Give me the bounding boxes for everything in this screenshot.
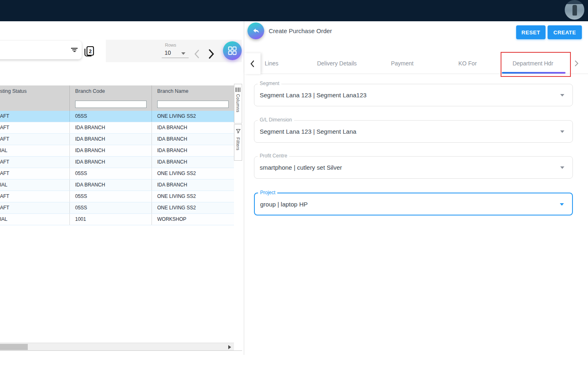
table-filter-row [0, 97, 234, 111]
scroll-right-arrow-icon[interactable] [228, 345, 231, 349]
table-row[interactable]: AFT 05SS ONE LIVING SS2 [0, 191, 234, 202]
tab-payment[interactable]: Payment [370, 53, 435, 74]
filter-cell-branch-code [70, 97, 152, 111]
dropdown-arrow-icon[interactable] [560, 203, 564, 206]
user-avatar[interactable] [565, 0, 584, 20]
filter-list-icon[interactable] [70, 48, 78, 54]
page-title: Create Purchase Order [269, 27, 332, 34]
search-input[interactable] [4, 44, 49, 56]
column-header-posting-status[interactable]: sting Status [0, 85, 70, 97]
cell-branch-name: ONE LIVING SS2 [152, 191, 234, 202]
chevron-right-icon [574, 60, 579, 67]
tab-delivery-details[interactable]: Delivery Details [304, 53, 370, 74]
table-row[interactable]: IAL IDA BRANCH IDA BRANCH [0, 145, 234, 157]
create-button[interactable]: CREATE [548, 25, 582, 39]
table-row[interactable]: IAL 1001 WORKSHOP [0, 214, 234, 225]
field-label: Project [258, 190, 277, 195]
tab-ko-for[interactable]: KO For [435, 53, 500, 74]
table-row[interactable]: AFT IDA BRANCH IDA BRANCH [0, 134, 234, 145]
cell-branch-name: IDA BRANCH [152, 145, 234, 156]
project-select[interactable]: Project group | laptop HP [254, 193, 573, 215]
side-tab-columns[interactable]: Columns [234, 84, 242, 123]
previous-page-icon[interactable] [193, 49, 201, 59]
dropdown-arrow-icon[interactable] [560, 166, 564, 169]
column-header-branch-name[interactable]: Branch Name [152, 85, 234, 97]
scrollbar-thumb[interactable] [0, 344, 28, 350]
columns-bars-icon [236, 88, 241, 92]
cell-branch-code: 05SS [70, 111, 152, 122]
field-label: G/L Dimension [258, 117, 294, 123]
search-box [0, 41, 82, 59]
cell-branch-name: IDA BRANCH [152, 122, 234, 133]
tabstrip-bottom-border [244, 74, 588, 74]
side-tab-label: Filters [236, 137, 241, 150]
cell-status: AFT [0, 122, 70, 133]
cell-branch-code: IDA BRANCH [70, 122, 152, 133]
cell-branch-code: IDA BRANCH [70, 180, 152, 191]
cell-branch-name: ONE LIVING SS2 [152, 111, 234, 122]
svg-text:2: 2 [89, 49, 92, 54]
table-row[interactable]: IAL IDA BRANCH IDA BRANCH [0, 180, 234, 191]
field-label: Segment [258, 81, 281, 86]
cell-status: IAL [0, 180, 70, 191]
back-button[interactable] [247, 22, 264, 39]
side-tab-label: Columns [236, 94, 241, 112]
table-side-strip: Columns Filters [234, 84, 242, 161]
cell-branch-code: 05SS [70, 202, 152, 213]
cell-branch-code: 1001 [70, 214, 152, 225]
cell-branch-name: WORKSHOP [152, 214, 234, 225]
table-header-row: sting Status Branch Code Branch Name [0, 85, 234, 97]
field-value: group | laptop HP [260, 201, 307, 208]
dropdown-arrow-icon[interactable] [560, 130, 564, 133]
rows-per-page-value[interactable]: 10 [165, 49, 171, 56]
table-row[interactable]: AFT 05SS ONE LIVING SS2 [0, 168, 234, 180]
cell-branch-code: IDA BRANCH [70, 134, 152, 145]
dropdown-arrow-icon[interactable] [560, 94, 564, 96]
filter-cell-branch-name [152, 97, 234, 111]
gl-dimension-select[interactable]: G/L Dimension Segment Lana 123 | Segment… [254, 120, 573, 143]
cell-status: IAL [0, 214, 70, 225]
table-row[interactable]: AFT IDA BRANCH IDA BRANCH [0, 157, 234, 168]
left-panel-bottom-border [0, 350, 242, 351]
profit-centre-select[interactable]: Profit Centre smartphone | cutlery set S… [254, 156, 573, 179]
active-tab-underline [502, 72, 566, 74]
copy-2-icon[interactable]: 2 [83, 45, 95, 58]
branch-name-filter-input[interactable] [157, 101, 229, 108]
grid-view-icon [227, 45, 238, 56]
table-row[interactable]: AFT 05SS ONE LIVING SS2 [0, 202, 234, 214]
cell-status: AFT [0, 202, 70, 213]
cell-status: AFT [0, 157, 70, 168]
cell-branch-name: IDA BRANCH [152, 180, 234, 191]
column-header-branch-code[interactable]: Branch Code [70, 85, 152, 97]
top-navigation-bar [0, 0, 588, 21]
table-row[interactable]: AFT 05SS ONE LIVING SS2 [0, 111, 234, 122]
rows-dropdown-caret-icon[interactable] [181, 52, 185, 55]
rows-select-underline [162, 58, 189, 58]
cell-branch-code: IDA BRANCH [70, 145, 152, 156]
cell-status: AFT [0, 134, 70, 145]
field-value: smartphone | cutlery set Silver [260, 164, 342, 171]
next-page-icon[interactable] [207, 49, 216, 59]
field-value: Segment Lana 123 | Segment Lana123 [260, 92, 367, 99]
cell-branch-code: 05SS [70, 191, 152, 202]
rows-per-page-label: Rows [165, 43, 176, 47]
horizontal-scrollbar[interactable] [0, 343, 234, 350]
cell-status: IAL [0, 145, 70, 156]
side-tab-filters[interactable]: Filters [234, 124, 242, 161]
cell-status: AFT [0, 191, 70, 202]
tabs-scroll-left-button[interactable] [244, 53, 261, 74]
back-arrow-icon [252, 27, 260, 35]
field-value: Segment Lana 123 | Segment Lana [260, 128, 356, 135]
table-body: AFT 05SS ONE LIVING SS2 AFT IDA BRANCH I… [0, 111, 234, 225]
tabs-scroll-right-button[interactable] [572, 56, 581, 70]
tab-department-hdr[interactable]: Department Hdr [500, 53, 566, 74]
cell-branch-code: 05SS [70, 168, 152, 179]
branch-code-filter-input[interactable] [75, 101, 147, 108]
cell-status: AFT [0, 111, 70, 122]
table-row[interactable]: AFT IDA BRANCH IDA BRANCH [0, 122, 234, 134]
reset-button[interactable]: RESET [516, 25, 546, 39]
app-page: 2 Rows 10 sting Status Branch Code Branc… [0, 0, 588, 368]
cell-branch-name: IDA BRANCH [152, 134, 234, 145]
funnel-icon [236, 128, 241, 135]
segment-select[interactable]: Segment Segment Lana 123 | Segment Lana1… [254, 84, 573, 106]
